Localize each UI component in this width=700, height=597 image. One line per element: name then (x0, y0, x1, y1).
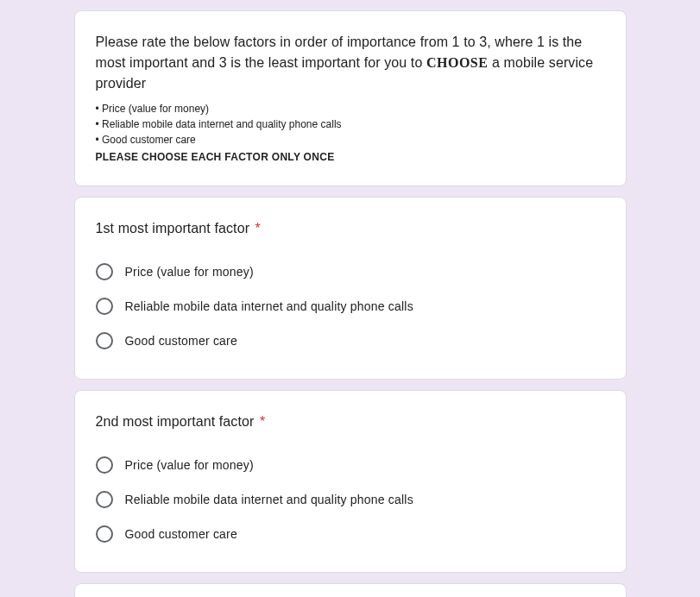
intro-title: Please rate the below factors in order o… (96, 32, 605, 94)
intro-bullet: • Reliable mobile data internet and qual… (96, 116, 605, 132)
question-title: 1st most important factor * (96, 218, 605, 239)
option-label: Price (value for money) (125, 265, 254, 279)
option-label: Reliable mobile data internet and qualit… (125, 299, 413, 313)
intro-strong-note: PLEASE CHOOSE EACH FACTOR ONLY ONCE (96, 149, 605, 165)
question-card-1: 1st most important factor * Price (value… (74, 197, 627, 380)
radio-option[interactable]: Reliable mobile data internet and qualit… (96, 289, 605, 324)
radio-icon (96, 263, 113, 280)
option-label: Price (value for money) (125, 458, 254, 472)
intro-title-choose: CHOOSE (426, 55, 488, 70)
radio-icon (96, 491, 113, 508)
question-title-text: 1st most important factor (96, 221, 250, 236)
radio-icon (96, 456, 113, 474)
radio-icon (96, 525, 113, 543)
question-title-text: 2nd most important factor (96, 414, 255, 429)
radio-option[interactable]: Reliable mobile data internet and qualit… (96, 482, 605, 517)
question-card-3: 3rd most important factor * Price (value… (74, 583, 627, 597)
required-asterisk: * (255, 221, 261, 236)
radio-option[interactable]: Price (value for money) (96, 448, 605, 482)
option-label: Reliable mobile data internet and qualit… (125, 493, 413, 506)
intro-card: Please rate the below factors in order o… (74, 10, 627, 186)
radio-icon (96, 332, 113, 349)
form-container: Please rate the below factors in order o… (74, 10, 627, 597)
options-group: Price (value for money) Reliable mobile … (96, 448, 605, 551)
intro-description: • Price (value for money) • Reliable mob… (96, 101, 605, 165)
intro-bullet: • Good customer care (96, 132, 605, 148)
option-label: Good customer care (125, 527, 237, 541)
radio-option[interactable]: Good customer care (96, 324, 605, 358)
intro-bullet: • Price (value for money) (96, 101, 605, 116)
question-card-2: 2nd most important factor * Price (value… (74, 390, 627, 573)
radio-option[interactable]: Good customer care (96, 517, 605, 551)
options-group: Price (value for money) Reliable mobile … (96, 255, 605, 358)
question-title: 2nd most important factor * (96, 412, 605, 432)
required-asterisk: * (260, 414, 265, 429)
radio-icon (96, 298, 113, 315)
option-label: Good customer care (125, 334, 237, 348)
radio-option[interactable]: Price (value for money) (96, 255, 605, 289)
